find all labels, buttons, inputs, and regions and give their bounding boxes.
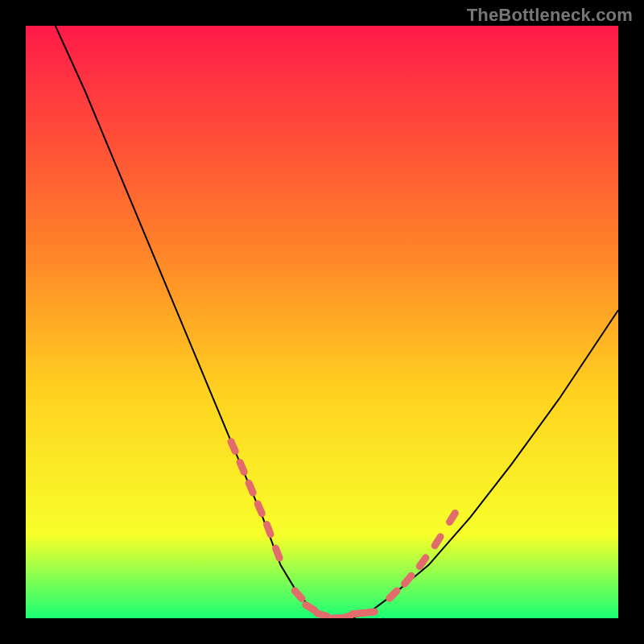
highlight-dash [249, 483, 253, 493]
highlight-dash [258, 504, 262, 514]
highlight-dash [240, 462, 244, 472]
highlight-dash [435, 537, 440, 546]
highlight-dash [341, 616, 351, 618]
highlight-dash [267, 525, 271, 535]
bottleneck-curve-chart [26, 26, 618, 618]
watermark-text: TheBottleneck.com [467, 5, 633, 26]
chart-frame: TheBottleneck.com [0, 0, 644, 644]
highlight-dash [364, 612, 374, 613]
highlight-dash [276, 548, 280, 558]
highlight-dash [317, 613, 327, 617]
highlight-dash [450, 513, 456, 522]
highlight-dash [231, 442, 235, 452]
highlight-dash [306, 605, 315, 610]
highlight-dash [405, 576, 411, 584]
plot-area [26, 26, 618, 618]
highlight-dash [419, 558, 426, 567]
gradient-background [26, 26, 618, 618]
